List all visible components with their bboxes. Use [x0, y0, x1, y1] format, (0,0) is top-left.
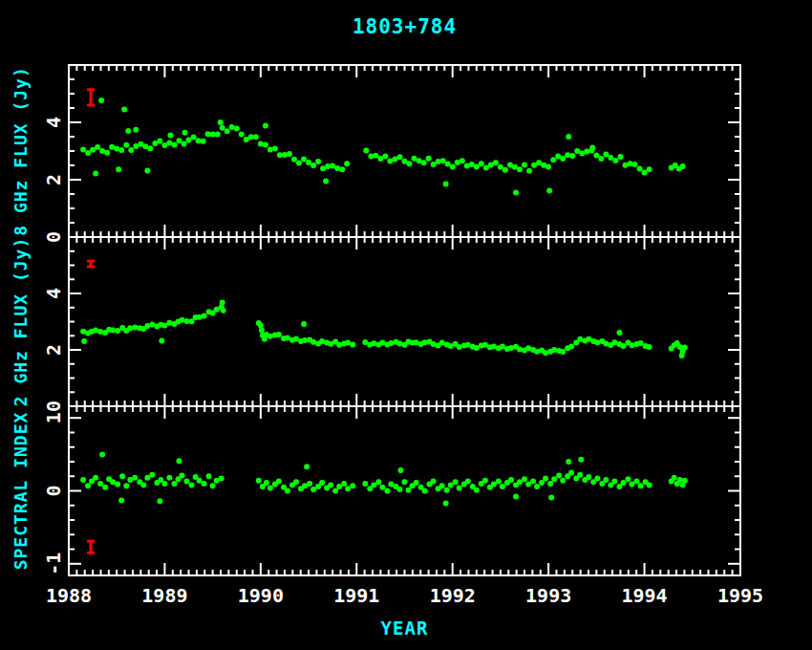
y-tick-label: 0 [42, 401, 65, 412]
data-point [332, 488, 338, 494]
data-point [166, 141, 172, 146]
data-point [482, 478, 488, 484]
data-point [680, 163, 686, 169]
data-point [556, 473, 562, 479]
data-point [123, 483, 129, 488]
data-point [568, 344, 574, 350]
data-point [611, 339, 617, 345]
data-point [500, 344, 505, 350]
data-point [611, 479, 617, 485]
data-point [301, 156, 307, 162]
data-point [184, 479, 190, 485]
data-point [191, 135, 197, 141]
data-point [341, 481, 347, 487]
data-point [406, 488, 412, 493]
data-point [307, 481, 312, 487]
data-point [443, 501, 449, 507]
data-point [397, 487, 403, 492]
data-point [617, 330, 623, 336]
data-point [546, 187, 552, 193]
data-point [440, 158, 446, 163]
data-point [310, 162, 316, 168]
data-point [93, 170, 98, 176]
data-point [345, 486, 351, 491]
data-point [291, 157, 297, 162]
y-tick-label: 4 [42, 117, 65, 128]
data-point [85, 483, 91, 488]
data-point [132, 475, 138, 481]
y-tick-label: 4 [42, 288, 65, 299]
data-point [336, 484, 342, 489]
data-point [339, 166, 345, 172]
y-axis-title: SPECTRAL INDEX [11, 412, 31, 571]
data-point [474, 488, 480, 493]
data-point [547, 481, 553, 487]
data-point [215, 132, 221, 138]
data-point [197, 314, 203, 320]
data-point [116, 166, 121, 172]
data-point [267, 147, 273, 153]
data-point [97, 481, 103, 487]
data-point [426, 156, 432, 162]
data-point [682, 345, 688, 351]
data-point [259, 327, 265, 333]
data-point [630, 342, 635, 348]
data-point [166, 320, 172, 326]
data-point [534, 484, 540, 489]
data-point [121, 107, 127, 113]
data-point [172, 141, 178, 147]
data-point [453, 479, 459, 485]
data-point [647, 482, 652, 488]
x-tick-label: 1994 [621, 584, 667, 607]
data-point [98, 98, 104, 103]
y-tick-label: 1 [42, 412, 65, 423]
data-point [104, 150, 110, 156]
y-tick-label: 0 [42, 231, 65, 243]
data-point [363, 147, 369, 153]
data-point [319, 338, 325, 344]
data-point [80, 477, 86, 483]
data-point [282, 152, 288, 158]
data-point [682, 478, 688, 484]
data-point [525, 482, 531, 488]
data-point [421, 160, 427, 165]
data-point [336, 342, 342, 348]
data-point [677, 477, 683, 483]
data-point [362, 481, 368, 487]
data-point [320, 165, 326, 171]
data-point [304, 464, 310, 469]
data-point [603, 152, 609, 158]
data-point [81, 338, 87, 344]
data-point [522, 162, 527, 167]
data-point [612, 158, 618, 163]
data-point [224, 128, 230, 134]
y-tick-label: 2 [42, 174, 65, 185]
x-tick-label: 1995 [717, 584, 763, 607]
data-point [168, 133, 174, 139]
data-point [95, 144, 100, 150]
data-point [560, 349, 566, 355]
data-point [638, 340, 644, 346]
data-point [593, 153, 599, 159]
data-point [315, 159, 321, 164]
data-point [398, 467, 404, 473]
data-point [479, 161, 484, 166]
data-point [632, 162, 638, 167]
data-point [239, 132, 245, 138]
data-point [513, 190, 519, 196]
data-point [80, 147, 86, 153]
data-point [412, 156, 417, 162]
data-point [186, 138, 192, 143]
data-point [630, 482, 635, 488]
data-point [177, 138, 182, 143]
data-point [189, 482, 195, 488]
data-point [577, 472, 583, 478]
data-point [220, 299, 225, 305]
data-point [118, 497, 124, 503]
data-point [125, 128, 131, 134]
data-point [220, 125, 225, 131]
x-tick-label: 1989 [141, 584, 187, 607]
y-tick-label: 2 [42, 344, 65, 356]
data-point [551, 476, 557, 482]
data-point [258, 141, 264, 147]
